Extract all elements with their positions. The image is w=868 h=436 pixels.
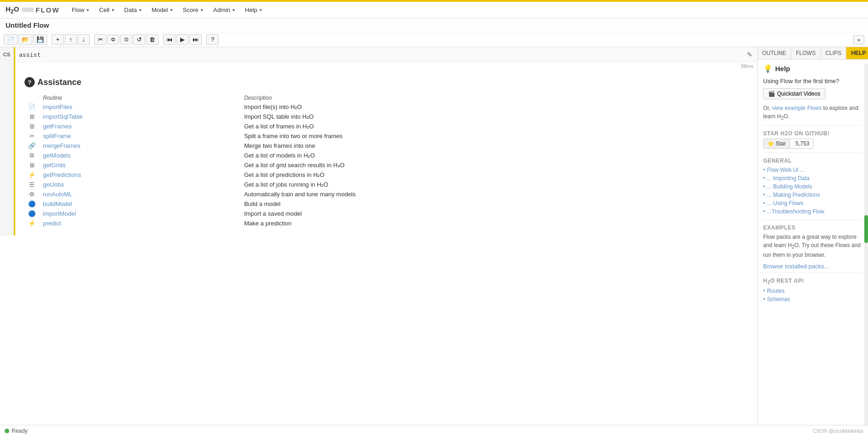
- routine-desc-12: Make a prediction: [240, 218, 748, 228]
- table-header-description: Description: [240, 94, 748, 102]
- tab-clips[interactable]: CLIPS: [821, 47, 847, 59]
- routine-table: Routine Description 📄 importFiles Import…: [24, 94, 748, 228]
- general-link-3: ... Making Predictions: [763, 191, 862, 199]
- star-count[interactable]: 5,753: [792, 139, 813, 148]
- help-toolbar-button[interactable]: ?: [206, 34, 219, 45]
- routine-name-5[interactable]: getModels: [39, 151, 240, 160]
- tab-flows[interactable]: FLOWS: [791, 47, 821, 59]
- routine-name-6[interactable]: getGrids: [39, 160, 240, 170]
- general-link-5: ...Troubleshooting Flow: [763, 207, 862, 216]
- navbar: H2O ≡≡≡ FLOW Flow ▼ Cell ▼ Data ▼ Model …: [0, 2, 868, 18]
- nav-cell[interactable]: Cell ▼: [95, 5, 120, 15]
- api-link-item-1[interactable]: Schemas: [767, 296, 790, 303]
- toolbar: 📄 📂 💾 + ↑ ↓ ✂ ⧉ ⊡ ↺ 🗑 ⏮ ▶ ⏭ ? »: [0, 32, 868, 47]
- delete-cell-button[interactable]: 🗑: [146, 34, 158, 45]
- copy-cell-button[interactable]: ⧉: [107, 35, 119, 44]
- cut-cell-button[interactable]: ✂: [94, 34, 106, 45]
- general-link-item-4[interactable]: ... Using Flows: [767, 200, 803, 206]
- api-link-item-0[interactable]: Routes: [767, 288, 784, 294]
- nav-model[interactable]: Model ▼: [147, 5, 178, 15]
- tab-help[interactable]: HELP: [846, 47, 868, 59]
- add-cell-button[interactable]: +: [52, 34, 64, 45]
- divider-3: [763, 219, 862, 220]
- save-file-button[interactable]: 💾: [33, 34, 47, 45]
- table-row: ☰ getJobs Get a list of jobs running in …: [24, 180, 748, 189]
- nav-help[interactable]: Help ▼: [240, 5, 267, 15]
- star-button[interactable]: ⭐ Star: [764, 139, 790, 148]
- new-file-button[interactable]: 📄: [4, 34, 18, 45]
- routine-name-3[interactable]: splitFrame: [39, 131, 240, 141]
- divider-4: [763, 272, 862, 273]
- video-icon: 🎬: [768, 91, 775, 97]
- run-prev-button[interactable]: ⏮: [163, 34, 176, 45]
- right-panel-body: 💡 Help Using Flow for the first time? 🎬 …: [758, 60, 868, 425]
- expand-toolbar-button[interactable]: »: [853, 35, 864, 44]
- nav-data[interactable]: Data ▼: [120, 5, 147, 15]
- routine-icon-5: ⚙: [24, 151, 39, 160]
- brand: H2O ≡≡≡ FLOW: [6, 5, 60, 15]
- general-link-item-3[interactable]: ... Making Predictions: [767, 192, 820, 198]
- move-up-button[interactable]: ↑: [65, 34, 77, 45]
- table-row: 🔵 importModel Import a saved model: [24, 209, 748, 218]
- nav-score[interactable]: Score ▼: [178, 5, 209, 15]
- table-row: ⚡ predict Make a prediction: [24, 218, 748, 228]
- routine-desc-8: Get a list of jobs running in H₂O: [240, 180, 748, 189]
- view-example-flows-link[interactable]: view example Flows: [772, 105, 821, 111]
- table-row: ⊞ getFrames Get a list of frames in H₂O: [24, 121, 748, 131]
- routine-icon-7: ⚡: [24, 170, 39, 180]
- table-row: 🔵 buildModel Build a model: [24, 199, 748, 209]
- routine-name-12[interactable]: predict: [39, 218, 240, 228]
- routine-desc-1: Import SQL table into H₂O: [240, 112, 748, 121]
- open-file-button[interactable]: 📂: [18, 34, 32, 45]
- nav-admin[interactable]: Admin ▼: [208, 5, 240, 15]
- general-link-item-2[interactable]: ... Building Models: [767, 183, 812, 190]
- routine-name-11[interactable]: importModel: [39, 209, 240, 218]
- scrollbar-thumb[interactable]: [864, 215, 868, 243]
- routine-icon-0: 📄: [24, 102, 39, 112]
- brand-flow-text: FLOW: [36, 6, 60, 14]
- run-all-button[interactable]: ⏭: [189, 34, 202, 45]
- run-cell-button[interactable]: ▶: [176, 34, 188, 45]
- browse-packs-link[interactable]: Browse installed packs...: [763, 263, 829, 270]
- table-row: ⚙ runAutoML Automatically train and tune…: [24, 189, 748, 199]
- examples-text: Flow packs are a great way to explore an…: [763, 233, 862, 259]
- routine-desc-3: Split a frame into two or more frames: [240, 131, 748, 141]
- main-layout: CS assist ✎ 96ms ? Assistance: [0, 47, 868, 425]
- move-down-button[interactable]: ↓: [78, 34, 90, 45]
- star-section-title: STAR H2O ON GITHUB!: [763, 130, 862, 137]
- cell-input-text: assist: [19, 51, 743, 58]
- assistance-icon: ?: [24, 77, 35, 87]
- nav-menu: Flow ▼ Cell ▼ Data ▼ Model ▼ Score ▼ Adm…: [67, 5, 267, 15]
- routine-name-9[interactable]: runAutoML: [39, 189, 240, 199]
- edit-cell-button[interactable]: ✎: [746, 50, 753, 59]
- routine-name-8[interactable]: getJobs: [39, 180, 240, 189]
- left-panel: CS assist ✎ 96ms ? Assistance: [0, 47, 757, 425]
- general-link-item-0[interactable]: Flow Web UI ...: [767, 167, 805, 173]
- quickstart-videos-button[interactable]: 🎬 Quickstart Videos: [763, 88, 826, 99]
- routine-name-7[interactable]: getPredictions: [39, 170, 240, 180]
- status-ready: Ready: [5, 428, 28, 434]
- undo-button[interactable]: ↺: [133, 34, 145, 45]
- routine-name-1[interactable]: importSqlTable: [39, 112, 240, 121]
- routine-name-10[interactable]: buildModel: [39, 199, 240, 209]
- table-row: 🔗 mergeFrames Merge two frames into one: [24, 141, 748, 151]
- routine-desc-5: Get a list of models in H₂O: [240, 151, 748, 160]
- routine-name-4[interactable]: mergeFrames: [39, 141, 240, 151]
- general-link-item-5[interactable]: ...Troubleshooting Flow: [767, 208, 824, 215]
- api-section-title: H2O REST API: [763, 278, 862, 285]
- nav-flow[interactable]: Flow ▼: [67, 5, 94, 15]
- routine-desc-6: Get a list of grid search results in H₂O: [240, 160, 748, 170]
- routine-name-0[interactable]: importFiles: [39, 102, 240, 112]
- general-link-item-1[interactable]: ... Importing Data: [767, 175, 809, 182]
- tab-outline[interactable]: OUTLINE: [758, 47, 791, 59]
- routine-desc-4: Merge two frames into one: [240, 141, 748, 151]
- table-header-routine: Routine: [39, 94, 240, 102]
- routine-name-2[interactable]: getFrames: [39, 121, 240, 131]
- data-arrow: ▼: [138, 8, 142, 12]
- routine-desc-10: Build a model: [240, 199, 748, 209]
- status-text: Ready: [12, 428, 28, 434]
- paste-cell-button[interactable]: ⊡: [120, 35, 132, 44]
- table-row: ⊞ getGrids Get a list of grid search res…: [24, 160, 748, 170]
- general-link-4: ... Using Flows: [763, 199, 862, 207]
- score-arrow: ▼: [200, 8, 204, 12]
